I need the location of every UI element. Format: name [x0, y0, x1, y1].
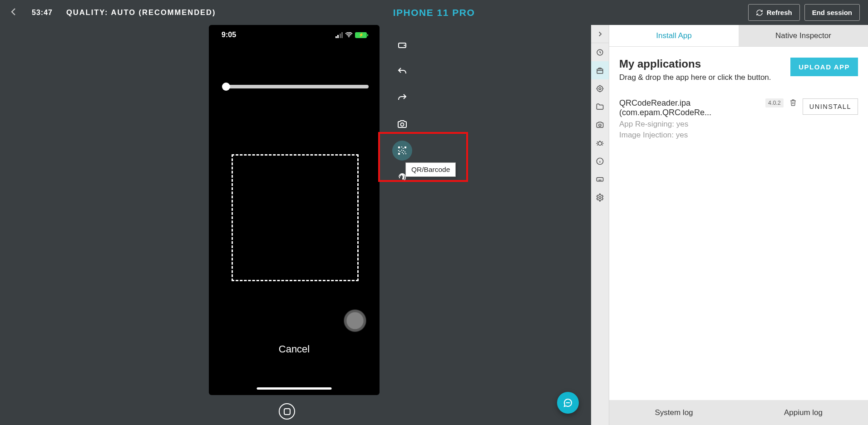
upload-app-button[interactable]: UPLOAD APP [790, 58, 858, 76]
tab-system-log[interactable]: System log [609, 400, 739, 425]
ios-status-bar: 9:05 ⚡ [209, 25, 380, 45]
right-panel: Install App Native Inspector My applicat… [609, 25, 868, 425]
undo-icon[interactable] [392, 62, 412, 82]
qr-tooltip: QR/Barcode [405, 162, 456, 177]
rail-screenshot-icon[interactable] [591, 116, 609, 134]
svg-point-24 [599, 196, 601, 199]
svg-rect-23 [597, 177, 603, 181]
svg-rect-9 [403, 150, 404, 151]
end-session-label: End session [812, 9, 852, 16]
side-rail [591, 25, 609, 425]
app-list-item: QRCodeReader.ipa (com.epam.QRCodeRe... A… [619, 98, 858, 141]
signal-icon [335, 32, 343, 38]
capture-button[interactable] [341, 307, 369, 334]
svg-rect-17 [597, 69, 603, 73]
status-time: 9:05 [222, 31, 335, 39]
svg-rect-10 [404, 151, 405, 152]
quality-selector[interactable]: QUALITY: AUTO (RECOMMENDED) [66, 8, 216, 17]
wifi-icon [345, 32, 353, 38]
cancel-button[interactable]: Cancel [279, 343, 310, 355]
rail-keyboard-icon[interactable] [591, 170, 609, 188]
svg-point-1 [404, 45, 404, 45]
svg-rect-4 [398, 153, 400, 155]
svg-rect-14 [398, 150, 399, 151]
svg-rect-3 [398, 147, 400, 148]
my-applications-subtitle: Drag & drop the app here or click the bu… [619, 73, 771, 82]
camera-injection-icon[interactable] [392, 114, 412, 134]
feedback-button[interactable] [557, 392, 579, 414]
torch-slider[interactable] [223, 73, 369, 100]
svg-rect-13 [405, 153, 406, 154]
header-bar: 53:47 QUALITY: AUTO (RECOMMENDED) IPHONE… [0, 0, 868, 25]
svg-rect-11 [402, 152, 403, 153]
qr-barcode-icon[interactable] [392, 141, 412, 161]
svg-point-2 [401, 123, 404, 126]
svg-point-19 [597, 86, 603, 92]
rail-settings-icon[interactable] [591, 188, 609, 206]
delete-app-icon[interactable] [789, 98, 797, 108]
tab-install-app[interactable]: Install App [609, 25, 739, 46]
back-arrow-icon[interactable] [8, 6, 19, 19]
app-name-label: QRCodeReader.ipa (com.epam.QRCodeRe... [619, 98, 760, 117]
rail-info-icon[interactable] [591, 152, 609, 170]
home-button[interactable] [273, 398, 301, 425]
refresh-label: Refresh [767, 9, 792, 16]
svg-point-18 [599, 88, 601, 90]
svg-rect-12 [403, 153, 404, 154]
session-timer: 53:47 [32, 9, 53, 17]
rail-clock-icon[interactable] [591, 43, 609, 61]
tab-appium-log[interactable]: Appium log [739, 400, 868, 425]
rail-bug-icon[interactable] [591, 134, 609, 152]
uninstall-button[interactable]: UNINSTALL [803, 98, 858, 115]
device-name-label: IPHONE 11 PRO [393, 7, 475, 18]
device-screen[interactable]: 9:05 ⚡ Cancel [209, 25, 380, 395]
end-session-button[interactable]: End session [804, 4, 860, 21]
svg-rect-8 [401, 150, 402, 151]
svg-rect-6 [401, 147, 402, 147]
rotate-device-icon[interactable] [392, 35, 412, 55]
battery-icon: ⚡ [355, 32, 367, 38]
svg-rect-7 [403, 148, 404, 149]
svg-point-20 [599, 124, 601, 126]
scan-viewfinder [232, 154, 359, 281]
collapse-panel-icon[interactable] [591, 25, 609, 43]
home-indicator[interactable] [257, 387, 332, 390]
my-applications-title: My applications [619, 58, 771, 70]
app-version-badge: 4.0.2 [765, 98, 784, 107]
tab-native-inspector[interactable]: Native Inspector [739, 25, 868, 46]
rail-install-app-icon[interactable] [591, 61, 609, 79]
svg-rect-15 [399, 151, 400, 152]
svg-rect-5 [404, 147, 406, 148]
svg-point-21 [598, 142, 602, 145]
app-image-injection-label: Image Injection: yes [619, 130, 760, 141]
refresh-button[interactable]: Refresh [748, 4, 800, 21]
redo-icon[interactable] [392, 88, 412, 108]
app-resigning-label: App Re-signing: yes [619, 119, 760, 130]
rail-files-icon[interactable] [591, 98, 609, 116]
rail-location-icon[interactable] [591, 79, 609, 98]
